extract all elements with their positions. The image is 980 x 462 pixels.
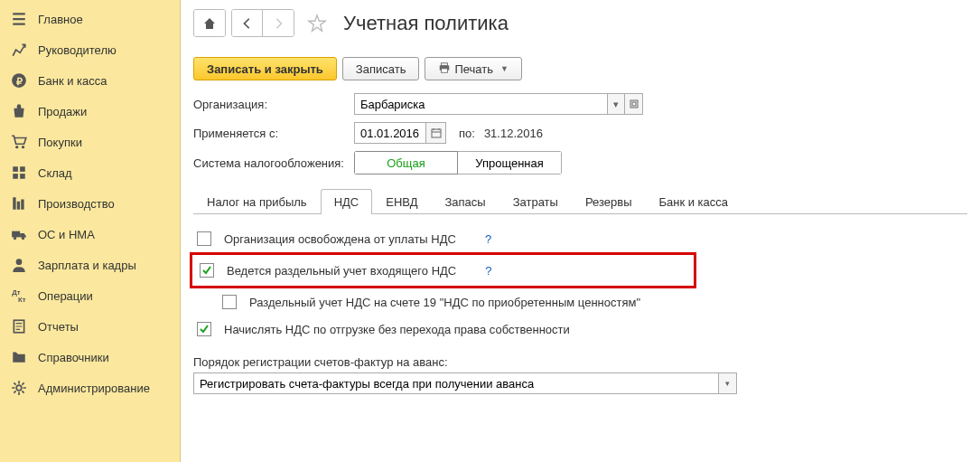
- sidebar-item-salary[interactable]: Зарплата и кадры: [0, 250, 180, 280]
- svg-point-14: [16, 259, 23, 265]
- invoice-order-label: Порядок регистрации счетов-фактур на ава…: [193, 355, 967, 369]
- accrue-checkbox[interactable]: [197, 322, 211, 336]
- home-button[interactable]: [194, 10, 225, 36]
- sidebar-item-bank[interactable]: ₽ Банк и касса: [0, 65, 180, 96]
- person-icon: [11, 257, 27, 273]
- org-open-button[interactable]: [625, 93, 643, 115]
- svg-point-3: [22, 146, 24, 148]
- separate-label: Ведется раздельный учет входящего НДС: [227, 264, 456, 278]
- tax-system-simplified-button[interactable]: Упрощенная: [458, 151, 562, 174]
- sidebar-item-reports[interactable]: Отчеты: [0, 311, 180, 342]
- save-close-button[interactable]: Записать и закрыть: [193, 57, 337, 80]
- page-title: Учетная политика: [343, 12, 509, 35]
- svg-rect-9: [17, 202, 20, 210]
- sidebar-item-production[interactable]: Производство: [0, 188, 180, 219]
- svg-rect-21: [442, 68, 448, 71]
- separate-checkbox[interactable]: [200, 263, 214, 278]
- separate-help-link[interactable]: ?: [485, 264, 491, 278]
- separate-sub-label: Раздельный учет НДС на счете 19 "НДС по …: [249, 296, 640, 309]
- sidebar-item-label: Производство: [38, 197, 115, 211]
- svg-text:₽: ₽: [16, 76, 23, 87]
- svg-rect-5: [20, 166, 25, 172]
- date-to-value: 31.12.2016: [484, 127, 543, 140]
- sidebar: Главное Руководителю ₽ Банк и касса Прод…: [0, 0, 181, 462]
- cart-icon: [11, 134, 27, 150]
- sidebar-item-label: Продажи: [38, 105, 87, 118]
- accrue-label: Начислять НДС по отгрузке без перехода п…: [224, 323, 570, 336]
- separate-sub-checkbox[interactable]: [222, 295, 237, 309]
- svg-point-2: [15, 146, 18, 148]
- invoice-order-select[interactable]: [193, 372, 719, 394]
- svg-rect-10: [21, 200, 23, 210]
- highlight-box: Ведется раздельный учет входящего НДС ?: [190, 252, 696, 288]
- calendar-button[interactable]: [426, 122, 446, 144]
- toolbar: Записать и закрыть Записать Печать ▼: [193, 57, 967, 80]
- exempt-label: Организация освобождена от уплаты НДС: [224, 232, 456, 246]
- tab-body: Организация освобождена от уплаты НДС ? …: [193, 214, 967, 394]
- folder-icon: [11, 349, 27, 365]
- favorite-star-button[interactable]: [305, 12, 329, 35]
- main-content: Учетная политика Записать и закрыть Запи…: [181, 0, 980, 462]
- svg-point-13: [22, 237, 24, 240]
- org-input[interactable]: [354, 93, 607, 115]
- svg-rect-7: [20, 174, 25, 179]
- svg-point-12: [14, 237, 16, 240]
- sidebar-item-label: Руководителю: [38, 43, 117, 57]
- back-button[interactable]: [232, 10, 263, 36]
- invoice-order-dropdown-button[interactable]: ▾: [719, 372, 737, 394]
- sidebar-item-warehouse[interactable]: Склад: [0, 157, 180, 188]
- sidebar-item-assets[interactable]: ОС и НМА: [0, 219, 180, 250]
- tab-costs[interactable]: Затраты: [499, 189, 572, 214]
- caret-down-icon: ▼: [500, 64, 509, 73]
- tab-stock[interactable]: Запасы: [431, 189, 499, 214]
- sidebar-item-label: Зарплата и кадры: [38, 259, 136, 272]
- sidebar-item-sales[interactable]: Продажи: [0, 96, 180, 127]
- tax-system-general-button[interactable]: Общая: [354, 151, 458, 174]
- tab-envd[interactable]: ЕНВД: [372, 189, 431, 214]
- sidebar-item-label: Отчеты: [38, 320, 79, 334]
- svg-text:Кт: Кт: [18, 296, 26, 304]
- tab-bank[interactable]: Банк и касса: [646, 189, 742, 214]
- svg-rect-6: [13, 174, 18, 179]
- boxes-icon: [11, 165, 27, 181]
- sidebar-item-purchases[interactable]: Покупки: [0, 127, 180, 157]
- svg-rect-24: [432, 129, 441, 137]
- report-icon: [11, 318, 27, 335]
- sidebar-item-admin[interactable]: Администрирование: [0, 372, 180, 403]
- date-from-input[interactable]: [354, 122, 426, 144]
- chart-up-icon: [11, 42, 27, 58]
- save-button[interactable]: Записать: [342, 57, 420, 80]
- svg-rect-11: [12, 231, 20, 238]
- tab-nds[interactable]: НДС: [321, 189, 373, 214]
- sidebar-item-label: Покупки: [38, 136, 82, 149]
- sidebar-item-label: Справочники: [38, 351, 109, 364]
- tab-profit[interactable]: Налог на прибыль: [193, 189, 321, 214]
- sidebar-item-label: Главное: [38, 13, 83, 26]
- svg-point-18: [16, 385, 22, 391]
- sidebar-item-label: Операции: [38, 289, 93, 303]
- sidebar-item-operations[interactable]: ДтКт Операции: [0, 280, 180, 311]
- operations-icon: ДтКт: [11, 288, 27, 304]
- print-button[interactable]: Печать ▼: [425, 57, 522, 80]
- svg-rect-19: [442, 62, 448, 65]
- sidebar-item-catalogs[interactable]: Справочники: [0, 342, 180, 372]
- ruble-icon: ₽: [11, 72, 27, 89]
- exempt-checkbox[interactable]: [197, 231, 211, 246]
- svg-rect-8: [13, 197, 15, 210]
- org-dropdown-button[interactable]: ▾: [607, 93, 625, 115]
- tab-reserves[interactable]: Резервы: [572, 189, 646, 214]
- gear-icon: [11, 380, 27, 396]
- sidebar-item-manager[interactable]: Руководителю: [0, 34, 180, 65]
- tabs: Налог на прибыль НДС ЕНВД Запасы Затраты…: [193, 189, 967, 214]
- exempt-help-link[interactable]: ?: [485, 232, 491, 246]
- topbar: Учетная политика: [193, 9, 967, 37]
- printer-icon: [438, 61, 451, 77]
- sidebar-item-label: Банк и касса: [38, 74, 107, 88]
- svg-rect-4: [13, 166, 18, 172]
- sidebar-item-main[interactable]: Главное: [0, 4, 180, 34]
- org-label: Организация:: [193, 98, 354, 111]
- sidebar-item-label: Администрирование: [38, 382, 150, 395]
- forward-button: [263, 10, 294, 36]
- menu-icon: [11, 11, 27, 27]
- sidebar-item-label: ОС и НМА: [38, 228, 95, 241]
